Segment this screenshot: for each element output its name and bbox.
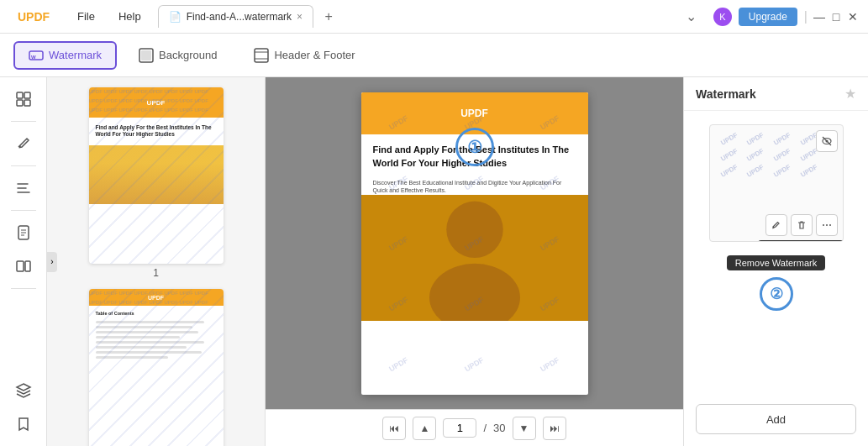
wm-word: UPDF xyxy=(387,355,409,373)
avatar: K xyxy=(713,8,732,26)
thumb-watermark-text-2: UPDF UPDF UPDF UPDF UPDF UPDF UPDF UPDF … xyxy=(89,289,224,446)
thumb-card-1[interactable]: UPDF Find and Apply For the Best Institu… xyxy=(89,87,224,264)
app-logo: UPDF xyxy=(0,10,67,24)
header-footer-tab[interactable]: Header & Footer xyxy=(239,41,370,70)
favorite-star-icon[interactable]: ★ xyxy=(844,86,856,102)
right-panel-header: Watermark ★ xyxy=(684,77,868,111)
tab-area: 📄 Find-and-A...watermark × + ⌄ xyxy=(158,5,703,28)
wm-preview-word: UPDF xyxy=(799,163,818,179)
menu-file[interactable]: File xyxy=(67,7,105,26)
minimize-btn[interactable]: — xyxy=(814,12,824,22)
wm-preview-word: UPDF xyxy=(719,131,739,147)
maximize-btn[interactable]: □ xyxy=(831,12,841,22)
svg-point-21 xyxy=(826,224,828,226)
hide-watermark-btn[interactable] xyxy=(816,130,838,152)
edit-watermark-btn[interactable] xyxy=(765,214,787,236)
svg-rect-3 xyxy=(141,50,151,60)
svg-point-22 xyxy=(829,224,831,226)
tab-label: Find-and-A...watermark xyxy=(187,11,292,23)
logo-pdf: PDF xyxy=(26,10,50,24)
wm-preview-word: UPDF xyxy=(745,131,765,147)
sidebar-layers-icon[interactable] xyxy=(8,375,39,406)
wm-row-5: UPDF UPDF UPDF xyxy=(361,360,588,369)
svg-rect-16 xyxy=(25,261,30,271)
page-navigation: ⏮ ▲ / 30 ▼ ⏭ xyxy=(266,409,683,446)
logo-u: U xyxy=(18,10,26,24)
more-watermark-btn[interactable] xyxy=(816,214,838,236)
wm-preview-word: UPDF xyxy=(719,163,739,179)
thumb-card-2[interactable]: UPDF Table of Contents UPDF UPDF UPDF UP… xyxy=(89,289,224,446)
wm-word: UPDF xyxy=(463,355,485,373)
menu-help[interactable]: Help xyxy=(108,7,151,26)
watermark-icon: W xyxy=(29,48,44,63)
sidebar-merge-icon[interactable] xyxy=(8,251,39,281)
next-page-btn[interactable]: ▼ xyxy=(513,417,536,440)
thumb-number-1: 1 xyxy=(153,267,159,279)
thumbnail-2[interactable]: UPDF Table of Contents UPDF UPDF UPDF UP… xyxy=(54,289,258,446)
prev-page-btn[interactable]: ▲ xyxy=(413,417,436,440)
active-tab[interactable]: 📄 Find-and-A...watermark × xyxy=(158,5,313,28)
right-panel-title: Watermark xyxy=(696,87,756,101)
new-tab-btn[interactable]: + xyxy=(318,7,339,27)
tab-dropdown-btn[interactable]: ⌄ xyxy=(679,8,703,24)
main-content: › UPDF Find and Apply For the Best Insti… xyxy=(0,77,868,446)
first-page-btn[interactable]: ⏮ xyxy=(382,417,406,440)
watermark-tab[interactable]: W Watermark xyxy=(13,41,117,70)
thumbnail-1[interactable]: UPDF Find and Apply For the Best Institu… xyxy=(54,87,258,279)
sidebar-collapse-btn[interactable]: › xyxy=(47,252,57,272)
last-page-btn[interactable]: ⏭ xyxy=(543,417,566,440)
step-badge-1: ① xyxy=(455,128,494,166)
remove-watermark-tooltip-visible: Remove Watermark xyxy=(727,255,825,270)
svg-text:W: W xyxy=(31,55,36,60)
left-sidebar: › xyxy=(0,77,47,446)
page-input[interactable] xyxy=(443,418,476,438)
sidebar-bookmark-icon[interactable] xyxy=(8,409,39,439)
right-spacer xyxy=(684,317,868,394)
pdf-subtitle: Discover The Best Educational Institute … xyxy=(361,179,588,196)
svg-rect-9 xyxy=(17,100,23,106)
total-pages: 30 xyxy=(493,422,505,434)
delete-watermark-btn[interactable]: Remove Watermark xyxy=(791,214,813,236)
wm-preview-word: UPDF xyxy=(772,163,792,179)
watermark-preview[interactable]: UPDF UPDF UPDF UPDF UPDF UPDF UPDF UPDF … xyxy=(709,124,844,242)
wm-preview-word: UPDF xyxy=(772,147,792,163)
sidebar-divider-3 xyxy=(11,210,36,211)
step-badge-2: ② xyxy=(760,277,793,311)
header-footer-icon xyxy=(254,48,269,63)
upgrade-button[interactable]: Upgrade xyxy=(739,8,797,26)
header-footer-label: Header & Footer xyxy=(274,49,355,61)
wm-preview-word: UPDF xyxy=(719,147,739,163)
pdf-people-image xyxy=(361,195,588,321)
sidebar-page-icon[interactable] xyxy=(8,218,39,248)
center-panel: ① UPDF Find and Apply For the Best Insti… xyxy=(266,77,683,446)
svg-rect-4 xyxy=(255,49,268,62)
sidebar-divider-2 xyxy=(11,165,36,166)
thumbnail-panel: UPDF Find and Apply For the Best Institu… xyxy=(47,77,266,446)
pdf-content-image xyxy=(361,195,588,321)
tab-icon: 📄 xyxy=(169,11,181,23)
add-watermark-btn[interactable]: Add xyxy=(696,404,856,434)
svg-rect-8 xyxy=(24,92,30,98)
titlebar: UPDF File Help 📄 Find-and-A...watermark … xyxy=(0,0,868,34)
tab-close-btn[interactable]: × xyxy=(297,11,302,23)
wm-word: UPDF xyxy=(539,355,560,373)
close-btn[interactable]: ✕ xyxy=(848,12,858,22)
background-tab[interactable]: Background xyxy=(124,41,232,70)
sidebar-divider-1 xyxy=(11,121,36,122)
wm-action-buttons: Remove Watermark xyxy=(765,214,838,236)
watermark-label: Watermark xyxy=(49,49,102,61)
remove-watermark-tooltip: Remove Watermark xyxy=(757,240,843,242)
wm-preview-word: UPDF xyxy=(772,131,792,147)
page-separator: / xyxy=(483,422,487,434)
svg-rect-10 xyxy=(24,100,30,106)
wm-preview-word: UPDF xyxy=(745,147,765,163)
pdf-updf-logo: UPDF xyxy=(460,108,488,119)
thumb-watermark-text-1: UPDF UPDF UPDF UPDF UPDF UPDF UPDF UPDF … xyxy=(89,87,224,264)
menu-bar: File Help xyxy=(67,7,151,26)
sidebar-edit-icon[interactable] xyxy=(8,129,39,159)
toolbar: W Watermark Background Header & Footer xyxy=(0,34,868,77)
sidebar-thumbnail-icon[interactable] xyxy=(8,84,39,114)
svg-point-20 xyxy=(823,224,824,226)
wm-preview-word: UPDF xyxy=(745,163,765,179)
sidebar-annotate-icon[interactable] xyxy=(8,173,39,203)
